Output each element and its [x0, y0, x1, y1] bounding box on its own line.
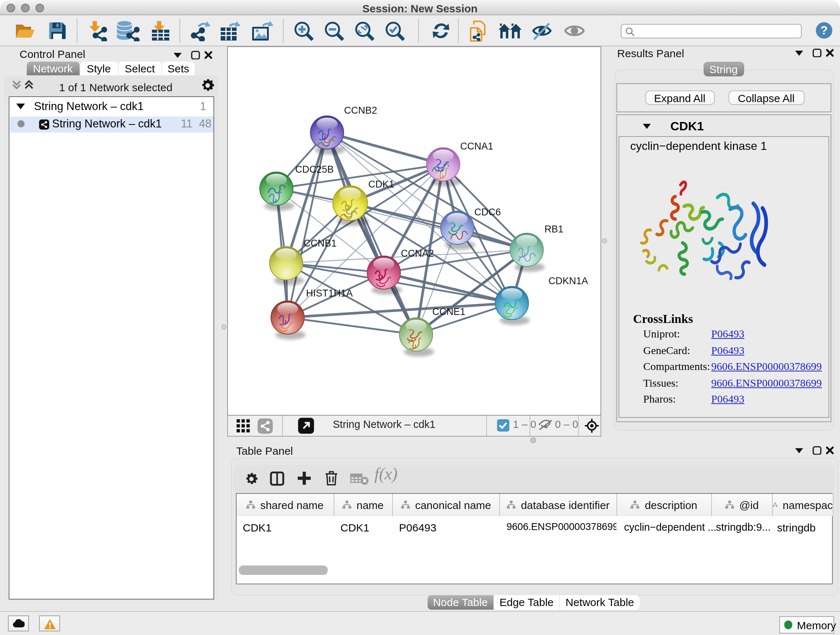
svg-text:CCNE1: CCNE1 — [432, 306, 466, 317]
svg-text:CCNA2: CCNA2 — [401, 248, 434, 259]
svg-text:CCNB2: CCNB2 — [344, 105, 377, 116]
svg-text:?: ? — [821, 24, 828, 37]
svg-text:HIST1H1A: HIST1H1A — [306, 288, 353, 299]
svg-text:CCNB1: CCNB1 — [303, 238, 337, 249]
svg-text:CDK1: CDK1 — [368, 179, 394, 190]
svg-text:CDC25B: CDC25B — [295, 164, 334, 175]
svg-text:CDC6: CDC6 — [474, 207, 501, 218]
svg-text:CCNA1: CCNA1 — [460, 141, 493, 152]
svg-text:RB1: RB1 — [545, 224, 564, 234]
svg-text:CDKN1A: CDKN1A — [548, 276, 588, 287]
